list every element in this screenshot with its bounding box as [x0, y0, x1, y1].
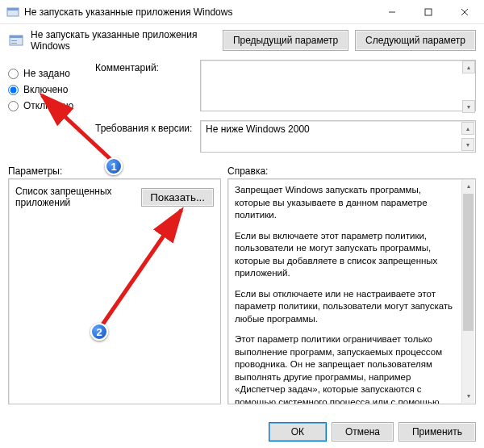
blocked-apps-list-label: Список запрещенных приложений: [15, 186, 141, 208]
next-setting-button[interactable]: Следующий параметр: [355, 30, 476, 51]
comment-textarea[interactable]: [200, 60, 476, 111]
dialog-footer: ОК Отмена Применить: [269, 422, 476, 442]
radio-not-configured-label: Не задано: [23, 68, 70, 79]
help-scroll-down[interactable]: ▾: [462, 390, 474, 403]
header-row: Не запускать указанные приложения Window…: [0, 24, 484, 57]
comment-scroll-up[interactable]: ▴: [462, 61, 475, 73]
radio-not-configured[interactable]: Не задано: [8, 68, 95, 79]
app-icon: [6, 6, 19, 19]
help-paragraph: Если вы отключаете или не настраиваете э…: [235, 288, 459, 326]
radio-enabled[interactable]: Включено: [8, 84, 95, 95]
window-title: Не запускать указанные приложения Window…: [24, 6, 373, 18]
svg-rect-8: [11, 40, 17, 41]
requirements-field: Не ниже Windows 2000 ▴ ▾: [200, 120, 476, 153]
policy-title: Не запускать указанные приложения Window…: [31, 29, 216, 52]
parameters-pane: Список запрещенных приложений Показать..…: [8, 178, 221, 404]
radio-not-configured-input[interactable]: [8, 69, 19, 79]
maximize-button[interactable]: [410, 0, 446, 23]
comment-scroll-down[interactable]: ▾: [462, 100, 475, 113]
help-scrollbar[interactable]: ▴ ▾: [461, 180, 474, 403]
svg-rect-9: [11, 43, 17, 44]
parameters-heading: Параметры:: [8, 165, 227, 177]
requirements-value: Не ниже Windows 2000: [206, 124, 310, 135]
apply-button[interactable]: Применить: [398, 422, 476, 442]
radio-disabled-label: Отключено: [23, 100, 73, 111]
requirements-scroll-up[interactable]: ▴: [461, 122, 474, 135]
svg-rect-1: [7, 8, 19, 10]
radio-enabled-input[interactable]: [8, 85, 19, 95]
previous-setting-button[interactable]: Предыдущий параметр: [223, 30, 348, 51]
requirements-scroll-down[interactable]: ▾: [461, 138, 474, 151]
close-button[interactable]: [446, 0, 482, 23]
help-pane: Запрещает Windows запускать программы, к…: [227, 178, 476, 404]
requirements-label: Требования к версии:: [95, 120, 200, 134]
titlebar: Не запускать указанные приложения Window…: [0, 0, 484, 24]
svg-rect-3: [425, 9, 432, 15]
cancel-button[interactable]: Отмена: [332, 422, 394, 442]
comment-label: Комментарий:: [95, 60, 200, 73]
help-paragraph: Если вы включаете этот параметр политики…: [235, 230, 459, 280]
help-scroll-thumb[interactable]: [463, 194, 474, 331]
radio-enabled-label: Включено: [23, 84, 68, 95]
svg-rect-7: [10, 36, 23, 38]
show-list-button[interactable]: Показать...: [141, 188, 214, 207]
radio-disabled[interactable]: Отключено: [8, 100, 95, 111]
help-heading: Справка:: [227, 165, 268, 177]
state-radio-group: Не задано Включено Отключено: [8, 60, 95, 159]
help-scroll-up[interactable]: ▴: [462, 180, 474, 193]
radio-disabled-input[interactable]: [8, 101, 19, 111]
policy-icon: [8, 32, 24, 48]
help-paragraph: Этот параметр политики ограничивает толь…: [235, 333, 459, 404]
minimize-button[interactable]: [373, 0, 410, 23]
ok-button[interactable]: ОК: [269, 422, 327, 442]
help-paragraph: Запрещает Windows запускать программы, к…: [235, 184, 459, 222]
